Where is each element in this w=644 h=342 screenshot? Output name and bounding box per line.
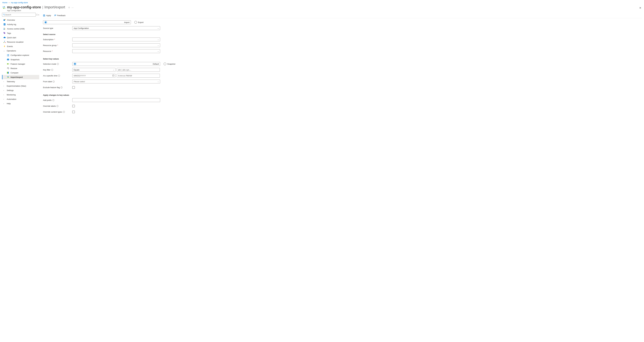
info-icon[interactable]: i: [58, 75, 60, 77]
sidebar-item-import-export[interactable]: Import/export: [2, 75, 39, 79]
sidebar-search-input[interactable]: [5, 14, 35, 16]
sidebar-item-overview[interactable]: Overview: [2, 18, 39, 22]
select-source-type[interactable]: App Configuration⌄: [72, 26, 160, 30]
label-from-label: From label i: [43, 80, 72, 83]
sidebar-item-snapshots[interactable]: Snapshots: [2, 57, 39, 62]
config-explorer-icon: [7, 54, 9, 56]
more-actions-icon[interactable]: ···: [72, 6, 74, 9]
sidebar-item-compare[interactable]: Compare: [2, 71, 39, 75]
svg-point-18: [7, 56, 8, 56]
apply-button[interactable]: Apply: [43, 14, 51, 17]
iam-icon: [3, 28, 6, 30]
sidebar-item-events[interactable]: Events: [2, 44, 39, 49]
label-selection-mode: Selection mode i: [43, 63, 72, 65]
select-resource-group[interactable]: ⌄: [72, 43, 160, 47]
chevron-down-icon: ⌄: [3, 50, 6, 52]
expand-collapse-icon[interactable]: ▴▾: [36, 14, 37, 16]
feedback-button[interactable]: Feedback: [54, 14, 66, 17]
chevron-right-icon: ›: [3, 81, 6, 82]
svg-rect-5: [4, 24, 5, 24]
page-title: my-app-config-store | Import/export: [7, 5, 65, 9]
favorite-star-icon[interactable]: ☆: [68, 6, 70, 9]
info-icon[interactable]: i: [57, 63, 59, 65]
info-icon[interactable]: i: [63, 111, 65, 113]
label-at-time: At a specific time i: [43, 75, 72, 77]
select-from-label[interactable]: Please select⌄: [72, 80, 160, 83]
svg-point-8: [4, 28, 4, 29]
sidebar-item-resource-visualizer[interactable]: Resource visualizer: [2, 40, 39, 44]
sidebar-item-restore[interactable]: Restore: [2, 66, 39, 71]
radio-selection-snapshot[interactable]: Snapshot: [164, 63, 175, 65]
svg-point-24: [8, 64, 9, 64]
checkbox-override-labels[interactable]: [72, 105, 75, 107]
sidebar-item-config-explorer[interactable]: Configuration explorer: [2, 53, 39, 57]
chevron-right-icon: ›: [3, 89, 6, 91]
sidebar-group-automation[interactable]: ›Automation: [2, 97, 39, 101]
label-add-prefix: Add prefix i: [43, 99, 72, 101]
sidebar-group-operations[interactable]: ⌄Operations: [2, 49, 39, 53]
breadcrumb-home[interactable]: Home: [2, 2, 8, 4]
snapshots-icon: [7, 58, 9, 61]
radio-selection-default[interactable]: Default: [72, 62, 160, 66]
select-subscription[interactable]: ⌄: [72, 38, 160, 41]
breadcrumb-item[interactable]: my-app-config-store: [11, 2, 28, 4]
sidebar-group-monitoring[interactable]: ›Monitoring: [2, 92, 39, 97]
svg-rect-15: [8, 54, 9, 55]
input-add-prefix[interactable]: [72, 98, 160, 102]
svg-rect-28: [44, 16, 45, 16]
sidebar-group-experimentation[interactable]: ›Experimentation (New): [2, 84, 39, 88]
checkbox-override-content-types[interactable]: [72, 111, 75, 113]
sidebar-item-tags[interactable]: Tags: [2, 31, 39, 35]
chevron-down-icon: ⌄: [158, 81, 159, 83]
select-resource[interactable]: ⌄: [72, 49, 160, 53]
svg-rect-26: [8, 72, 9, 74]
collapse-sidebar-icon[interactable]: «: [38, 14, 39, 16]
breadcrumb-sep-icon: ›: [9, 2, 9, 4]
select-key-filter-op[interactable]: Equals⌄: [72, 68, 116, 72]
chevron-right-icon: ›: [3, 94, 6, 96]
label-override-content-types: Override content types i: [43, 111, 72, 113]
input-date[interactable]: [72, 74, 116, 78]
section-apply-changes: Apply changes to key-values: [43, 94, 642, 96]
restore-icon: [7, 67, 9, 70]
svg-point-0: [3, 14, 4, 15]
close-blade-button[interactable]: ✕: [638, 6, 642, 10]
svg-line-1: [4, 15, 5, 16]
sidebar-search[interactable]: [2, 13, 36, 17]
sidebar-item-feature-manager[interactable]: Feature manager: [2, 62, 39, 66]
svg-point-16: [7, 55, 8, 56]
chevron-down-icon: ⌄: [158, 44, 159, 46]
input-time[interactable]: [117, 74, 160, 78]
sidebar-group-help[interactable]: ›Help: [2, 101, 39, 106]
sidebar-item-iam[interactable]: Access control (IAM): [2, 27, 39, 31]
sidebar-item-activity-log[interactable]: Activity log: [2, 22, 39, 27]
radio-import[interactable]: Import: [43, 20, 131, 24]
sidebar-group-settings[interactable]: ›Settings: [2, 88, 39, 92]
chevron-right-icon: ›: [3, 103, 6, 104]
info-icon[interactable]: i: [52, 99, 54, 101]
svg-rect-27: [44, 15, 45, 15]
breadcrumb: Home › my-app-config-store: [2, 1, 642, 5]
compare-icon: [7, 72, 9, 74]
info-icon[interactable]: i: [53, 81, 54, 83]
events-icon: [3, 45, 6, 48]
save-icon: [43, 14, 45, 17]
svg-point-22: [8, 59, 8, 60]
feature-manager-icon: [7, 63, 9, 65]
label-resource-group: Resource group *: [43, 44, 72, 47]
info-icon[interactable]: i: [51, 69, 53, 71]
input-key-filter-value[interactable]: [117, 68, 160, 72]
svg-rect-6: [4, 24, 5, 25]
section-select-key-values: Select key-values: [43, 58, 642, 60]
info-icon[interactable]: i: [60, 86, 62, 88]
calendar-icon[interactable]: [112, 74, 114, 77]
radio-export[interactable]: Export: [134, 21, 144, 24]
swap-icon: [2, 6, 6, 10]
cloud-icon: [3, 36, 6, 39]
sidebar-item-quick-start[interactable]: Quick start: [2, 35, 39, 40]
svg-point-11: [4, 41, 5, 42]
info-icon[interactable]: i: [56, 105, 58, 107]
label-key-filter: Key filter i: [43, 69, 72, 71]
sidebar-group-telemetry[interactable]: ›Telemetry: [2, 79, 39, 84]
checkbox-exclude-feature-flag[interactable]: [72, 86, 75, 89]
